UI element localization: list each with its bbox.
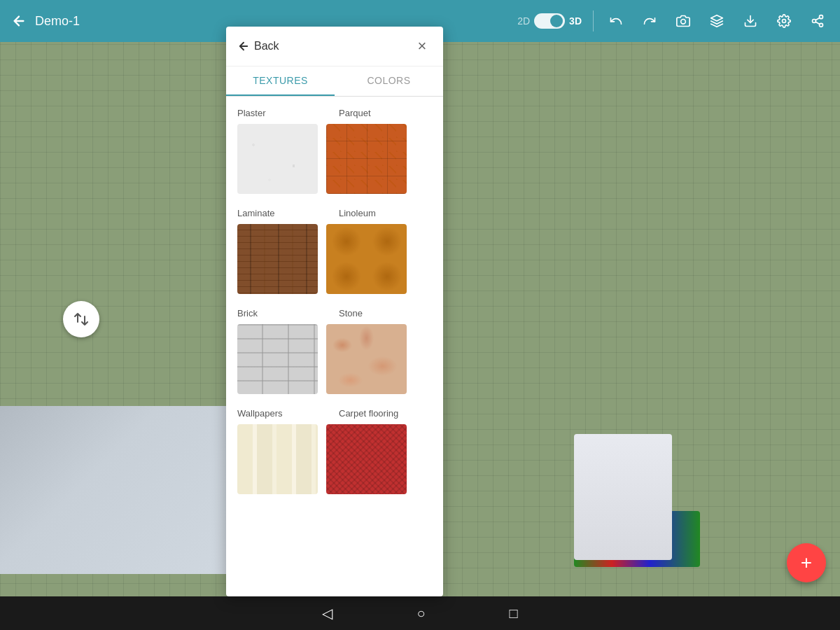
undo-button[interactable] [605, 10, 627, 32]
texture-laminate[interactable] [237, 224, 318, 294]
bottom-nav-home[interactable]: ○ [416, 606, 425, 622]
bottom-nav-back[interactable]: ◁ [322, 605, 332, 622]
layers-button[interactable] [706, 10, 728, 32]
texture-section-brick-stone: Brick Stone [237, 305, 432, 394]
parquet-label-col: Parquet [339, 105, 432, 124]
modal-close-button[interactable]: × [412, 36, 432, 56]
fab-plus-icon: + [801, 552, 812, 574]
tab-textures[interactable]: TEXTURES [226, 66, 335, 96]
carpet-thumb[interactable] [326, 424, 407, 494]
texture-carpet-flooring[interactable] [326, 424, 407, 494]
settings-button[interactable] [773, 10, 795, 32]
svg-line-7 [816, 22, 820, 24]
wallpapers-label: Wallpapers [237, 408, 330, 419]
svg-point-3 [783, 20, 786, 23]
parquet-thumb[interactable] [326, 124, 407, 194]
mode-2d-label[interactable]: 2D [517, 15, 530, 27]
swap-button[interactable] [63, 301, 99, 337]
download-button[interactable] [739, 10, 762, 32]
linoleum-label-col: Linoleum [339, 205, 432, 224]
linoleum-thumb[interactable] [326, 224, 407, 294]
fab-add-button[interactable]: + [787, 543, 826, 582]
share-button[interactable] [806, 10, 829, 32]
parquet-label: Parquet [339, 108, 432, 118]
wallpapers-thumb[interactable] [237, 424, 318, 494]
toolbar-divider [593, 10, 594, 31]
stone-label-col: Stone [339, 305, 432, 324]
sink-cabinet [574, 434, 672, 560]
laminate-thumb[interactable] [237, 224, 318, 294]
tab-colors[interactable]: COLORS [335, 66, 443, 96]
brick-label: Brick [237, 308, 330, 318]
texture-modal: Back × TEXTURES COLORS Plaster Parquet [226, 27, 443, 596]
bathtub [0, 406, 252, 574]
modal-back-button[interactable]: Back [237, 40, 279, 52]
texture-section-laminate-linoleum: Laminate Linoleum [237, 205, 432, 294]
modal-tabs: TEXTURES COLORS [226, 66, 443, 97]
plaster-label: Plaster [237, 108, 330, 118]
laminate-label: Laminate [237, 208, 330, 218]
texture-plaster[interactable] [237, 124, 318, 194]
svg-point-0 [681, 20, 686, 24]
mode-toggle[interactable] [534, 13, 565, 29]
texture-row-4 [237, 424, 432, 494]
svg-marker-1 [711, 15, 723, 21]
plaster-thumb[interactable] [237, 124, 318, 194]
plaster-label-col: Plaster [237, 105, 330, 124]
bottom-nav-recents[interactable]: □ [510, 606, 518, 622]
texture-linoleum[interactable] [326, 224, 407, 294]
redo-button[interactable] [638, 10, 661, 32]
toolbar-back-button[interactable] [11, 13, 27, 29]
stone-thumb[interactable] [326, 324, 407, 394]
laminate-label-col: Laminate [237, 205, 330, 224]
texture-section-plaster-parquet: Plaster Parquet [237, 105, 432, 194]
texture-stone[interactable] [326, 324, 407, 394]
modal-content: Plaster Parquet Laminate [226, 97, 443, 596]
modal-back-label: Back [254, 40, 279, 52]
brick-thumb[interactable] [237, 324, 318, 394]
wallpapers-label-col: Wallpapers [237, 405, 330, 424]
texture-row-1 [237, 124, 432, 194]
camera-button[interactable] [672, 10, 694, 32]
texture-section-wallpapers-carpet: Wallpapers Carpet flooring [237, 405, 432, 494]
modal-header: Back × [226, 27, 443, 66]
brick-label-col: Brick [237, 305, 330, 324]
stone-label: Stone [339, 308, 432, 318]
linoleum-label: Linoleum [339, 208, 432, 218]
texture-parquet[interactable] [326, 124, 407, 194]
carpet-label: Carpet flooring [339, 408, 432, 419]
svg-line-8 [816, 18, 820, 20]
bottom-nav: ◁ ○ □ [0, 596, 840, 630]
texture-row-2 [237, 224, 432, 294]
mode-selector: 2D 3D [517, 13, 582, 29]
texture-row-3 [237, 324, 432, 394]
carpet-label-col: Carpet flooring [339, 405, 432, 424]
texture-brick[interactable] [237, 324, 318, 394]
modal-close-label: × [418, 37, 427, 55]
toggle-knob [550, 15, 563, 27]
toolbar-right: 2D 3D [517, 10, 829, 32]
texture-wallpapers[interactable] [237, 424, 318, 494]
mode-3d-label[interactable]: 3D [569, 15, 582, 27]
